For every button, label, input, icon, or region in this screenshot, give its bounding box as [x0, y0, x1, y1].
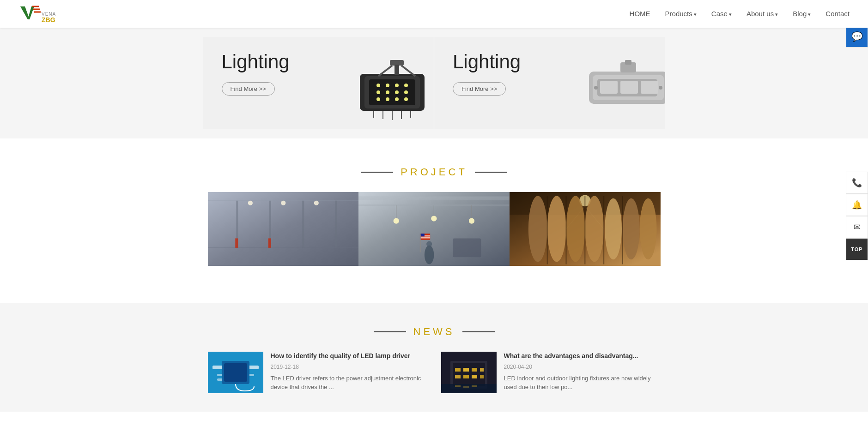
news-title-line-left — [374, 331, 406, 332]
nav-item-home[interactable]: HOME — [630, 10, 650, 18]
project-image-1 — [208, 192, 359, 266]
svg-rect-50 — [268, 238, 271, 247]
news-cards: How to identify the quality of LED lamp … — [208, 352, 661, 393]
product-row: Lighting Find More >> — [203, 37, 665, 129]
news-card-1-content: How to identify the quality of LED lamp … — [271, 352, 427, 392]
svg-rect-33 — [620, 81, 638, 94]
phone-button[interactable]: 📞 — [846, 172, 868, 194]
nav-link-home[interactable]: HOME — [630, 10, 650, 18]
nav-link-blog[interactable]: Blog — [793, 10, 811, 18]
svg-point-65 — [425, 246, 434, 264]
svg-point-11 — [404, 84, 408, 87]
news-card-2-excerpt: LED indoor and outdoor lighting fixtures… — [504, 374, 661, 392]
svg-rect-60 — [420, 234, 421, 252]
news-card-2-title[interactable]: What are the advantages and disadvantag.… — [504, 352, 661, 361]
title-line-right — [475, 172, 507, 173]
street-light-svg — [580, 58, 665, 118]
title-line-left — [361, 172, 393, 173]
svg-point-13 — [386, 90, 389, 94]
main-content: Lighting Find More >> — [0, 28, 868, 412]
warehouse-svg-3 — [510, 192, 661, 266]
product-card-1-btn[interactable]: Find More >> — [222, 82, 275, 96]
svg-point-46 — [248, 201, 252, 205]
svg-rect-104 — [463, 386, 469, 388]
logo-zbg-text: ZBG — [42, 17, 56, 23]
svg-rect-96 — [472, 368, 477, 372]
warehouse-svg-2 — [358, 192, 510, 266]
svg-point-38 — [659, 86, 662, 90]
svg-point-75 — [566, 196, 585, 262]
svg-rect-64 — [421, 234, 425, 236]
svg-point-76 — [585, 196, 604, 262]
svg-rect-100 — [472, 375, 477, 378]
email-button[interactable]: ✉ — [846, 216, 868, 238]
svg-point-47 — [281, 201, 285, 205]
svg-rect-97 — [480, 368, 484, 372]
svg-rect-90 — [224, 363, 247, 382]
logo-icon — [18, 3, 41, 25]
svg-rect-101 — [480, 375, 484, 378]
sidebar-right: 📞 🔔 ✉ TOP — [846, 172, 868, 260]
news-card-1-title[interactable]: How to identify the quality of LED lamp … — [271, 352, 427, 361]
svg-rect-44 — [302, 201, 304, 248]
svg-point-37 — [594, 86, 598, 90]
nav-item-blog[interactable]: Blog — [793, 10, 811, 18]
svg-point-55 — [394, 218, 399, 224]
svg-point-14 — [395, 90, 399, 94]
news-thumb-2[interactable] — [441, 352, 497, 393]
svg-rect-21 — [395, 65, 399, 75]
nav-item-case[interactable]: Case — [711, 10, 732, 18]
navbar: VENA ZBG HOME Products Case About us Blo… — [0, 0, 868, 28]
project-title-text: PROJECT — [401, 166, 467, 178]
news-card-1-excerpt: The LED driver refers to the power adjus… — [271, 374, 427, 392]
project-images — [208, 192, 661, 266]
nav-link-products[interactable]: Products — [665, 10, 697, 18]
project-image-2 — [358, 192, 510, 266]
news-card-2: What are the advantages and disadvantag.… — [441, 352, 661, 393]
svg-rect-102 — [441, 384, 497, 393]
svg-rect-45 — [335, 201, 337, 248]
svg-rect-98 — [455, 375, 461, 378]
svg-marker-1 — [28, 6, 34, 19]
product-section: Lighting Find More >> — [0, 28, 868, 138]
warehouse-svg-1 — [208, 192, 359, 266]
nav-link-contact[interactable]: Contact — [826, 10, 850, 18]
news-section: NEWS — [0, 303, 868, 412]
service-button[interactable]: 💬 — [846, 25, 868, 48]
svg-rect-103 — [455, 385, 461, 387]
top-button[interactable]: TOP — [846, 238, 868, 260]
svg-point-9 — [386, 84, 389, 87]
product-card-1: Lighting Find More >> — [203, 37, 434, 129]
bell-button[interactable]: 🔔 — [846, 194, 868, 216]
svg-point-59 — [469, 218, 474, 224]
nav-link-about[interactable]: About us — [747, 10, 778, 18]
flood-light-svg — [346, 51, 434, 125]
product-card-2-image — [577, 51, 665, 125]
product-card-1-image — [346, 51, 434, 125]
nav-item-contact[interactable]: Contact — [826, 10, 850, 18]
product-card-2-btn[interactable]: Find More >> — [453, 82, 506, 96]
news-thumb-1[interactable] — [208, 352, 263, 393]
logo[interactable]: VENA ZBG — [18, 3, 56, 25]
svg-point-17 — [386, 97, 389, 101]
email-icon: ✉ — [854, 222, 861, 232]
svg-rect-105 — [472, 385, 477, 387]
nav-link-case[interactable]: Case — [711, 10, 732, 18]
svg-rect-63 — [421, 237, 430, 238]
nav-item-about[interactable]: About us — [747, 10, 778, 18]
svg-point-16 — [376, 97, 380, 101]
svg-point-78 — [623, 198, 640, 260]
svg-point-8 — [376, 84, 380, 87]
svg-marker-0 — [20, 6, 30, 19]
nav-item-products[interactable]: Products — [665, 10, 697, 18]
service-icon: 💬 — [851, 31, 863, 42]
top-label: TOP — [851, 246, 862, 252]
news-card-2-date: 2020-04-20 — [504, 364, 661, 370]
nav-links: HOME Products Case About us Blog Contact — [630, 10, 850, 18]
svg-rect-99 — [463, 375, 469, 378]
svg-point-79 — [640, 198, 657, 260]
news-title-line-right — [462, 331, 495, 332]
svg-point-15 — [404, 90, 408, 94]
svg-point-57 — [431, 216, 437, 221]
svg-rect-95 — [463, 368, 469, 372]
